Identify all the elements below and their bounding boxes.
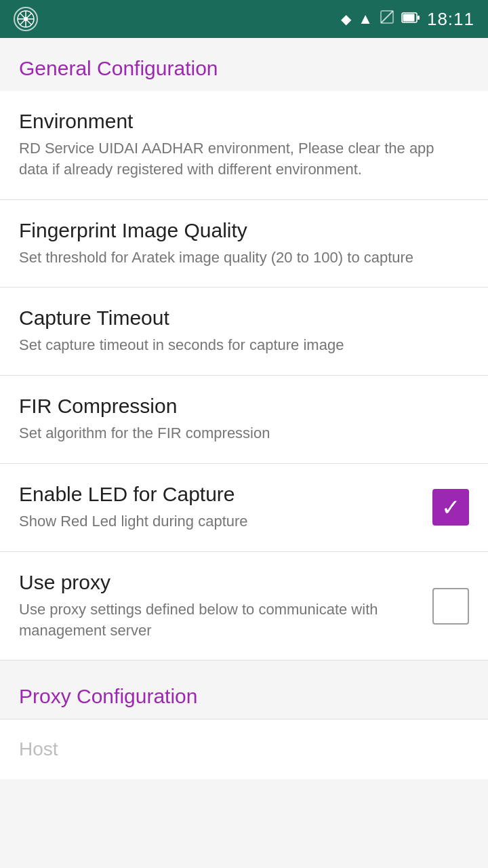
svg-point-5 xyxy=(24,17,28,21)
enable-led-desc: Show Red Led light during capture xyxy=(19,511,419,532)
proxy-config-header: Proxy Configuration xyxy=(0,660,488,719)
general-config-title: General Configuration xyxy=(19,57,218,79)
fir-compression-item[interactable]: FIR Compression Set algorithm for the FI… xyxy=(0,376,488,464)
fir-compression-desc: Set algorithm for the FIR compression xyxy=(19,423,455,444)
use-proxy-checkbox[interactable] xyxy=(432,588,469,625)
fir-compression-content: FIR Compression Set algorithm for the FI… xyxy=(19,395,469,444)
capture-timeout-content: Capture Timeout Set capture timeout in s… xyxy=(19,307,469,356)
fir-compression-title: FIR Compression xyxy=(19,395,455,418)
use-proxy-desc: Use proxy settings defined below to comm… xyxy=(19,599,419,642)
status-bar-right: ◆ ▲ 18:11 xyxy=(341,9,474,30)
fingerprint-quality-title: Fingerprint Image Quality xyxy=(19,219,455,242)
enable-led-content: Enable LED for Capture Show Red Led ligh… xyxy=(19,483,432,532)
environment-item[interactable]: Environment RD Service UIDAI AADHAR envi… xyxy=(0,91,488,200)
environment-title: Environment xyxy=(19,110,455,133)
app-logo xyxy=(14,7,38,31)
host-label: Host xyxy=(19,738,58,760)
environment-desc: RD Service UIDAI AADHAR environment, Ple… xyxy=(19,138,455,180)
enable-led-checkbox[interactable]: ✓ xyxy=(432,489,469,526)
use-proxy-title: Use proxy xyxy=(19,571,419,594)
general-config-header: General Configuration xyxy=(0,38,488,91)
fingerprint-quality-item[interactable]: Fingerprint Image Quality Set threshold … xyxy=(0,200,488,288)
use-proxy-content: Use proxy Use proxy settings defined bel… xyxy=(19,571,432,642)
svg-line-7 xyxy=(381,11,393,23)
status-time: 18:11 xyxy=(427,9,474,30)
proxy-config-title: Proxy Configuration xyxy=(19,685,197,707)
enable-led-item[interactable]: Enable LED for Capture Show Red Led ligh… xyxy=(0,464,488,552)
nav-arrow-icon: ◆ xyxy=(341,11,351,27)
environment-content: Environment RD Service UIDAI AADHAR envi… xyxy=(19,110,469,180)
status-bar: ◆ ▲ 18:11 xyxy=(0,0,488,38)
fingerprint-quality-desc: Set threshold for Aratek image quality (… xyxy=(19,248,455,269)
capture-timeout-desc: Set capture timeout in seconds for captu… xyxy=(19,335,455,356)
status-bar-left xyxy=(14,7,38,31)
svg-rect-9 xyxy=(403,14,414,21)
checkmark-icon: ✓ xyxy=(441,496,460,519)
battery-icon xyxy=(401,12,420,27)
svg-rect-10 xyxy=(418,16,420,20)
enable-led-title: Enable LED for Capture xyxy=(19,483,419,506)
sim-icon xyxy=(380,9,394,28)
host-field-area[interactable]: Host xyxy=(0,719,488,779)
use-proxy-item[interactable]: Use proxy Use proxy settings defined bel… xyxy=(0,552,488,661)
fingerprint-quality-content: Fingerprint Image Quality Set threshold … xyxy=(19,219,469,269)
wifi-icon: ▲ xyxy=(358,10,373,28)
capture-timeout-item[interactable]: Capture Timeout Set capture timeout in s… xyxy=(0,288,488,376)
capture-timeout-title: Capture Timeout xyxy=(19,307,455,330)
